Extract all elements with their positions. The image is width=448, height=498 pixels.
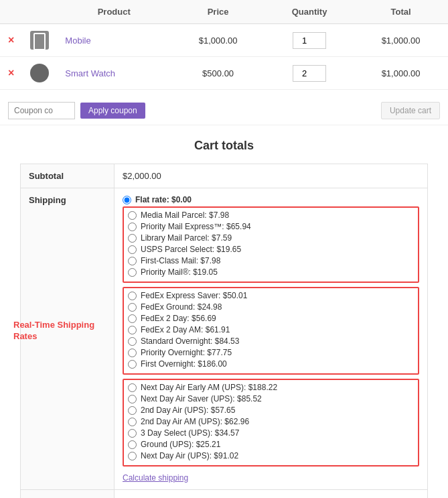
shipping-option-label: Next Day Air (UPS): $91.02 bbox=[141, 451, 238, 460]
shipping-group-1: FedEx Express Saver: $50.01FedEx Ground:… bbox=[123, 287, 419, 375]
shipping-option[interactable]: Priority Overnight: $77.75 bbox=[128, 348, 414, 357]
shipping-option-label: Media Mail Parcel: $7.98 bbox=[141, 210, 229, 220]
shipping-option-label: First-Class Mail: $7.98 bbox=[141, 256, 220, 265]
shipping-option-label: Ground (UPS): $25.21 bbox=[141, 440, 220, 449]
shipping-option-label: FedEx 2 Day: $56.69 bbox=[141, 314, 216, 323]
shipping-radio-0-4[interactable] bbox=[128, 257, 137, 265]
shipping-option[interactable]: Ground (UPS): $25.21 bbox=[128, 440, 414, 449]
shipping-group-2: Next Day Air Early AM (UPS): $188.22Next… bbox=[123, 379, 419, 466]
shipping-radio-2-1[interactable] bbox=[128, 395, 137, 403]
shipping-option-label: USPS Parcel Select: $19.65 bbox=[141, 245, 241, 254]
col-product: Product bbox=[57, 0, 171, 24]
coupon-row: Apply coupon Update cart bbox=[0, 97, 448, 125]
flat-rate-radio[interactable] bbox=[123, 196, 131, 204]
shipping-option-label: First Overnight: $186.00 bbox=[141, 359, 227, 369]
col-quantity: Quantity bbox=[265, 0, 354, 24]
cart-totals-title: Cart totals bbox=[20, 139, 428, 153]
shipping-option-label: Priority Overnight: $77.75 bbox=[141, 348, 232, 357]
shipping-option-label: 3 Day Select (UPS): $34.57 bbox=[141, 428, 239, 438]
shipping-option[interactable]: Next Day Air Early AM (UPS): $188.22 bbox=[128, 383, 414, 392]
quantity-input-watch[interactable] bbox=[293, 65, 326, 82]
shipping-option-label: Standard Overnight: $84.53 bbox=[141, 336, 239, 346]
shipping-option[interactable]: USPS Parcel Select: $19.65 bbox=[128, 245, 414, 254]
shipping-radio-0-1[interactable] bbox=[128, 223, 137, 231]
shipping-radio-1-4[interactable] bbox=[128, 337, 137, 346]
shipping-radio-2-2[interactable] bbox=[128, 406, 137, 415]
price-mobile: $1,000.00 bbox=[171, 24, 265, 57]
shipping-option[interactable]: Standard Overnight: $84.53 bbox=[128, 336, 414, 346]
col-total: Total bbox=[354, 0, 448, 24]
calculate-shipping-link[interactable]: Calculate shipping bbox=[123, 473, 188, 483]
shipping-radio-1-2[interactable] bbox=[128, 314, 137, 323]
shipping-option-label: FedEx 2 Day AM: $61.91 bbox=[141, 325, 230, 334]
product-link-watch[interactable]: Smart Watch bbox=[65, 68, 115, 78]
remove-button-watch[interactable]: × bbox=[8, 67, 14, 79]
shipping-option[interactable]: FedEx Express Saver: $50.01 bbox=[128, 291, 414, 300]
cart-table: Product Price Quantity Total × Mobile $1… bbox=[0, 0, 448, 90]
shipping-radio-1-6[interactable] bbox=[128, 360, 137, 369]
shipping-option-label: FedEx Ground: $24.98 bbox=[141, 302, 222, 312]
shipping-option-label: Next Day Air Saver (UPS): $85.52 bbox=[141, 394, 262, 403]
shipping-radio-2-5[interactable] bbox=[128, 440, 137, 449]
shipping-radio-2-3[interactable] bbox=[128, 418, 137, 426]
shipping-option[interactable]: FedEx 2 Day AM: $61.91 bbox=[128, 325, 414, 334]
subtotal-value: $2,000.00 bbox=[115, 164, 428, 188]
cart-row-watch: × Smart Watch $500.00 $1,000.00 bbox=[0, 57, 448, 90]
shipping-option[interactable]: Library Mail Parcel: $7.59 bbox=[128, 233, 414, 243]
shipping-option[interactable]: Priority Mail Express™: $65.94 bbox=[128, 222, 414, 231]
shipping-radio-1-3[interactable] bbox=[128, 326, 137, 334]
shipping-option-label: Next Day Air Early AM (UPS): $188.22 bbox=[141, 383, 277, 392]
shipping-option-label: Priority Mail®: $19.05 bbox=[141, 267, 218, 277]
realtime-label: Real-Time Shipping Rates bbox=[13, 320, 121, 343]
shipping-radio-1-1[interactable] bbox=[128, 303, 137, 312]
price-watch: $500.00 bbox=[171, 57, 265, 90]
shipping-option[interactable]: Priority Mail®: $19.05 bbox=[128, 267, 414, 277]
shipping-option[interactable]: FedEx 2 Day: $56.69 bbox=[128, 314, 414, 323]
shipping-radio-2-6[interactable] bbox=[128, 452, 137, 460]
coupon-input[interactable] bbox=[8, 102, 75, 119]
shipping-group-0: Media Mail Parcel: $7.98Priority Mail Ex… bbox=[123, 206, 419, 283]
shipping-option[interactable]: First-Class Mail: $7.98 bbox=[128, 256, 414, 265]
total-mobile: $1,000.00 bbox=[354, 24, 448, 57]
shipping-option[interactable]: 2nd Day Air (UPS): $57.65 bbox=[128, 406, 414, 415]
shipping-option[interactable]: FedEx Ground: $24.98 bbox=[128, 302, 414, 312]
shipping-option-label: FedEx Express Saver: $50.01 bbox=[141, 291, 247, 300]
col-price: Price bbox=[171, 0, 265, 24]
shipping-option[interactable]: 2nd Day Air AM (UPS): $62.96 bbox=[128, 417, 414, 426]
total-value: $2,000.00 bbox=[115, 490, 428, 499]
apply-coupon-button[interactable]: Apply coupon bbox=[80, 103, 145, 119]
total-row: Total $2,000.00 bbox=[21, 490, 428, 499]
shipping-option[interactable]: 3 Day Select (UPS): $34.57 bbox=[128, 428, 414, 438]
subtotal-row: Subtotal $2,000.00 bbox=[21, 164, 428, 188]
shipping-radio-2-4[interactable] bbox=[128, 429, 137, 438]
shipping-radio-1-5[interactable] bbox=[128, 349, 137, 357]
shipping-option-label: Library Mail Parcel: $7.59 bbox=[141, 233, 232, 243]
flat-rate-option[interactable]: Flat rate: $0.00 bbox=[123, 195, 419, 204]
shipping-radio-0-5[interactable] bbox=[128, 268, 137, 277]
shipping-radio-0-0[interactable] bbox=[128, 211, 137, 220]
product-icon-watch bbox=[30, 64, 49, 82]
shipping-option[interactable]: First Overnight: $186.00 bbox=[128, 359, 414, 369]
shipping-option-label: 2nd Day Air AM (UPS): $62.96 bbox=[141, 417, 249, 426]
update-cart-button[interactable]: Update cart bbox=[381, 102, 440, 119]
shipping-option[interactable]: Next Day Air Saver (UPS): $85.52 bbox=[128, 394, 414, 403]
cart-totals-section: Cart totals Real-Time Shipping Rates Sub… bbox=[0, 125, 448, 498]
cart-row-mobile: × Mobile $1,000.00 $1,000.00 bbox=[0, 24, 448, 57]
shipping-radio-0-2[interactable] bbox=[128, 234, 137, 243]
shipping-option-label: 2nd Day Air (UPS): $57.65 bbox=[141, 406, 235, 415]
shipping-option[interactable]: Next Day Air (UPS): $91.02 bbox=[128, 451, 414, 460]
shipping-radio-0-3[interactable] bbox=[128, 245, 137, 254]
total-label: Total bbox=[21, 490, 115, 499]
shipping-option-label: Priority Mail Express™: $65.94 bbox=[141, 222, 251, 231]
total-watch: $1,000.00 bbox=[354, 57, 448, 90]
product-link-mobile[interactable]: Mobile bbox=[65, 36, 90, 46]
shipping-radio-2-0[interactable] bbox=[128, 383, 137, 392]
product-icon-mobile bbox=[30, 31, 49, 50]
remove-button-mobile[interactable]: × bbox=[8, 34, 14, 46]
shipping-radio-1-0[interactable] bbox=[128, 292, 137, 300]
flat-rate-label: Flat rate: $0.00 bbox=[135, 195, 192, 204]
shipping-options-cell: Flat rate: $0.00 Media Mail Parcel: $7.9… bbox=[115, 188, 428, 490]
shipping-option[interactable]: Media Mail Parcel: $7.98 bbox=[128, 210, 414, 220]
subtotal-label: Subtotal bbox=[21, 164, 115, 188]
quantity-input-mobile[interactable] bbox=[293, 32, 326, 49]
